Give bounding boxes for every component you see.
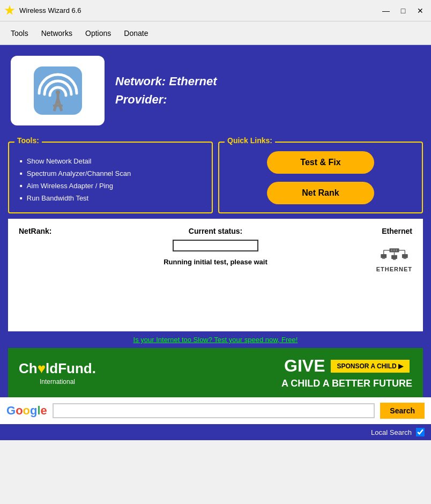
menu-networks[interactable]: Networks [35, 26, 79, 41]
svg-rect-7 [391, 249, 392, 251]
better-future-text: A CHILD A BETTER FUTURE [281, 378, 412, 389]
google-logo: Google [6, 404, 47, 418]
titlebar: Wireless Wizard 6.6 — □ ✕ [0, 0, 431, 21]
header-section: Network: Ethernet Provider: [0, 45, 431, 136]
status-bar [173, 240, 258, 251]
tool-spectrum-label: Spectrum Analyzer/Channel Scan [27, 169, 131, 177]
status-grid: NetRank: Current status: Running initial… [19, 227, 412, 272]
tools-quicklinks: Tools: Show Network Detail Spectrum Anal… [8, 142, 423, 213]
svg-rect-15 [393, 259, 396, 260]
close-button[interactable]: ✕ [414, 4, 427, 17]
local-search-checkbox[interactable] [416, 428, 425, 436]
minimize-button[interactable]: — [380, 4, 392, 17]
tool-spectrum[interactable]: Spectrum Analyzer/Channel Scan [20, 167, 201, 180]
svg-point-5 [56, 90, 60, 94]
ethernet-icon-group: ETHERNET [376, 240, 412, 272]
tool-aim-wireless[interactable]: Aim Wireless Adapter / Ping [20, 180, 201, 192]
svg-rect-8 [393, 249, 395, 251]
network-icon-container [11, 56, 105, 125]
netrank-area: NetRank: [19, 227, 150, 235]
svg-rect-18 [403, 258, 406, 259]
ad-right: GIVE SPONSOR A CHILD ▶ A CHILD A BETTER … [281, 356, 412, 389]
tool-aim-wireless-label: Aim Wireless Adapter / Ping [27, 182, 113, 190]
wifi-tower-icon [31, 64, 85, 117]
provider-name: Provider: [115, 93, 217, 107]
heart-icon: ♥ [38, 360, 46, 376]
current-status-label: Current status: [189, 227, 242, 235]
google-letter-o1: o [16, 404, 23, 417]
ethernet-label: Ethernet [382, 227, 412, 235]
netrank-label: NetRank: [19, 227, 150, 235]
ethernet-icon-text: ETHERNET [376, 266, 412, 272]
window-controls: — □ ✕ [380, 4, 427, 17]
menubar: Tools Networks Options Donate [0, 21, 431, 45]
ad-banner: Ch♥ldFund. International GIVE SPONSOR A … [8, 348, 423, 397]
quicklinks-label: Quick Links: [225, 136, 275, 145]
window-title: Wireless Wizard 6.6 [19, 6, 380, 14]
tools-box: Tools: Show Network Detail Spectrum Anal… [8, 142, 213, 213]
local-search-bar: Local Search [0, 424, 431, 440]
menu-donate[interactable]: Donate [117, 26, 154, 41]
network-name: Network: Ethernet [115, 75, 217, 88]
tool-bandwidth[interactable]: Run Bandwidth Test [20, 192, 201, 204]
tool-bandwidth-label: Run Bandwidth Test [27, 194, 88, 202]
status-section: NetRank: Current status: Running initial… [8, 219, 423, 331]
childfund-logo: Ch♥ldFund. [19, 360, 96, 377]
google-search-button[interactable]: Search [380, 403, 425, 419]
svg-rect-11 [382, 258, 385, 259]
maximize-button[interactable]: □ [397, 4, 410, 17]
google-letter-o2: o [23, 404, 30, 417]
google-letter-e: e [41, 404, 47, 417]
google-letter-g2: g [30, 404, 37, 417]
quicklinks-box: Quick Links: Test & Fix Net Rank [218, 142, 423, 213]
ethernet-area: Ethernet [281, 227, 412, 272]
ethernet-topology-icon [380, 240, 409, 264]
google-search-input[interactable] [53, 403, 375, 418]
tools-label: Tools: [14, 136, 42, 145]
test-fix-button[interactable]: Test & Fix [267, 151, 374, 174]
net-rank-button[interactable]: Net Rank [267, 182, 374, 204]
local-search-label: Local Search [371, 428, 412, 436]
main-content: Network: Ethernet Provider: Tools: Show … [0, 45, 431, 440]
google-search-section: Google Search [0, 397, 431, 424]
menu-tools[interactable]: Tools [4, 26, 35, 41]
svg-rect-14 [391, 255, 397, 259]
tool-show-network-label: Show Network Detail [27, 157, 92, 165]
childfund-intl: International [19, 378, 96, 386]
network-info: Network: Ethernet Provider: [115, 75, 217, 107]
tool-show-network[interactable]: Show Network Detail [20, 155, 201, 167]
svg-rect-10 [381, 254, 387, 258]
svg-rect-9 [396, 249, 397, 251]
tools-list: Show Network Detail Spectrum Analyzer/Ch… [20, 155, 201, 204]
menu-options[interactable]: Options [79, 26, 117, 41]
speed-test-link[interactable]: Is your Internet too Slow? Test your spe… [8, 336, 423, 344]
ad-section: Is your Internet too Slow? Test your spe… [0, 331, 431, 397]
current-status-area: Current status: Running initial test, pl… [150, 227, 281, 266]
childfund-logo-area: Ch♥ldFund. International [19, 360, 96, 386]
give-text: GIVE [284, 356, 325, 376]
google-letter-g1: G [6, 404, 16, 417]
svg-rect-17 [402, 254, 408, 258]
app-icon [4, 5, 15, 16]
status-message: Running initial test, please wait [164, 258, 267, 266]
sponsor-button[interactable]: SPONSOR A CHILD ▶ [331, 360, 410, 373]
